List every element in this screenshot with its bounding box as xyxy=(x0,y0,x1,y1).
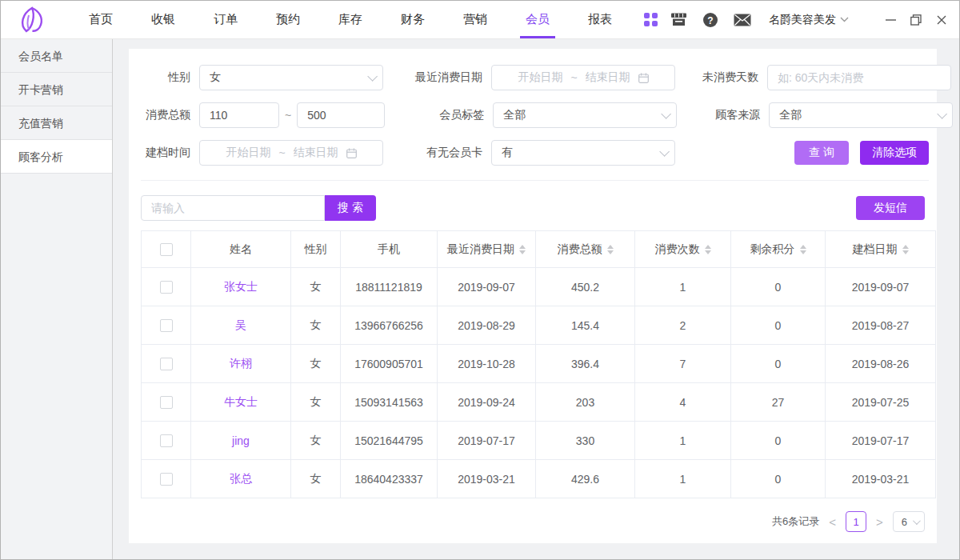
row-checkbox[interactable] xyxy=(160,319,173,332)
row-checkbox[interactable] xyxy=(160,396,173,409)
apps-grid-icon[interactable] xyxy=(644,13,658,26)
member-name-link[interactable]: 张总 xyxy=(230,472,252,485)
tag-value: 全部 xyxy=(503,108,526,122)
nav-item-label: 库存 xyxy=(338,12,362,27)
page-number-button[interactable]: 1 xyxy=(846,511,866,532)
sidebar-item-label: 充值营销 xyxy=(18,117,63,130)
select-all-checkbox[interactable] xyxy=(160,243,173,256)
nav-item-label: 收银 xyxy=(151,12,175,27)
content-panel: 性别 女 最近消费日期 开始日期 ~ 结束日期 xyxy=(129,49,937,543)
prev-page-button[interactable]: < xyxy=(829,516,836,528)
tag-label: 会员标签 xyxy=(412,108,493,122)
cell-last-date: 2019-07-17 xyxy=(438,422,536,460)
cell-created: 2019-08-27 xyxy=(826,306,936,345)
nav-item-label: 订单 xyxy=(214,12,238,27)
row-checkbox[interactable] xyxy=(160,358,173,370)
nav-item-inventory[interactable]: 库存 xyxy=(319,1,382,38)
send-sms-button[interactable]: 发短信 xyxy=(856,196,925,220)
filter-no-consume-days: 未消费天数 xyxy=(702,65,951,90)
col-header-gender: 性别 xyxy=(305,242,327,257)
nav-item-appointments[interactable]: 预约 xyxy=(257,1,319,38)
navbar-right: ? 名爵美容美发 xyxy=(670,12,948,28)
restore-button[interactable] xyxy=(910,14,922,26)
nav-item-orders[interactable]: 订单 xyxy=(194,1,257,38)
amount-label: 消费总额 xyxy=(141,108,199,122)
table-row: 吴 女 13966766256 2019-08-29 145.4 2 0 201… xyxy=(142,306,936,345)
row-checkbox[interactable] xyxy=(160,281,173,294)
search-group: 搜 索 xyxy=(141,195,376,221)
close-button[interactable] xyxy=(935,14,948,26)
row-checkbox[interactable] xyxy=(160,434,173,447)
filter-has-card: 有无会员卡 有 xyxy=(410,140,675,166)
sort-icon[interactable] xyxy=(607,245,614,254)
table-row: 许栩 女 17600905701 2019-10-28 396.4 7 0 20… xyxy=(142,345,936,383)
mail-icon[interactable] xyxy=(734,12,751,28)
cell-phone: 17600905701 xyxy=(341,345,438,383)
sort-icon[interactable] xyxy=(519,245,526,254)
member-name-link[interactable]: 吴 xyxy=(235,318,246,331)
cell-last-date: 2019-09-07 xyxy=(438,268,536,306)
help-icon[interactable]: ? xyxy=(702,12,719,28)
clear-filters-button[interactable]: 清除选项 xyxy=(860,141,929,165)
query-button[interactable]: 查 询 xyxy=(794,141,849,165)
days-label: 未消费天数 xyxy=(702,70,767,85)
nav-item-marketing[interactable]: 营销 xyxy=(444,1,506,38)
cell-created: 2019-07-17 xyxy=(826,422,936,460)
member-name-link[interactable]: 张女士 xyxy=(224,280,258,293)
nav-item-label: 财务 xyxy=(401,12,425,27)
cell-points: 0 xyxy=(731,345,826,383)
sidebar-item-customer-analysis[interactable]: 顾客分析 xyxy=(1,140,112,174)
search-input[interactable] xyxy=(141,195,325,221)
recent-date-range-picker[interactable]: 开始日期 ~ 结束日期 xyxy=(491,65,675,90)
sidebar-item-label: 开卡营销 xyxy=(18,83,63,96)
nav-item-home[interactable]: 首页 xyxy=(70,1,132,38)
nav-item-label: 报表 xyxy=(588,12,612,27)
cell-amount: 396.4 xyxy=(536,345,635,383)
sidebar-item-member-list[interactable]: 会员名单 xyxy=(1,39,112,73)
nav-item-reports[interactable]: 报表 xyxy=(569,1,631,38)
nav-item-members[interactable]: 会员 xyxy=(506,1,569,38)
window-controls xyxy=(884,14,948,26)
col-header-phone: 手机 xyxy=(378,242,400,257)
sidebar-item-recharge-marketing[interactable]: 充值营销 xyxy=(1,106,112,140)
has-card-select[interactable]: 有 xyxy=(491,140,675,166)
amount-max-input[interactable] xyxy=(297,102,385,128)
col-header-times: 消费次数 xyxy=(655,242,700,257)
amount-min-input[interactable] xyxy=(199,102,279,128)
created-date-range-picker[interactable]: 开始日期 ~ 结束日期 xyxy=(199,140,383,166)
days-input[interactable] xyxy=(767,65,951,90)
account-menu[interactable]: 名爵美容美发 xyxy=(769,13,849,27)
chevron-down-icon xyxy=(661,109,671,119)
member-tag-select[interactable]: 全部 xyxy=(493,102,677,128)
cell-points: 0 xyxy=(731,422,826,460)
svg-text:?: ? xyxy=(707,14,713,26)
row-checkbox[interactable] xyxy=(160,473,173,486)
total-records-text: 共6条记录 xyxy=(772,514,819,529)
customer-source-select[interactable]: 全部 xyxy=(769,102,953,128)
page-size-select[interactable]: 6 xyxy=(893,511,925,532)
tilde: ~ xyxy=(278,146,285,159)
search-button[interactable]: 搜 索 xyxy=(325,195,376,221)
member-name-link[interactable]: jing xyxy=(232,434,250,447)
sidebar-item-card-marketing[interactable]: 开卡营销 xyxy=(1,73,112,106)
end-date-placeholder: 结束日期 xyxy=(294,146,338,160)
nav-item-finance[interactable]: 财务 xyxy=(382,1,444,38)
col-header-amount: 消费总额 xyxy=(558,242,602,257)
minimize-button[interactable] xyxy=(884,14,897,26)
filter-customer-source: 顾客来源 全部 xyxy=(704,102,953,128)
cell-phone: 15021644795 xyxy=(341,422,438,460)
cell-amount: 330 xyxy=(536,422,635,460)
store-icon[interactable] xyxy=(670,12,687,28)
member-name-link[interactable]: 许栩 xyxy=(230,357,252,370)
cell-points: 0 xyxy=(731,460,826,498)
sort-icon[interactable] xyxy=(902,245,909,254)
nav-item-label: 会员 xyxy=(526,12,550,27)
cell-times: 4 xyxy=(635,383,731,422)
cell-amount: 145.4 xyxy=(536,306,635,345)
sort-icon[interactable] xyxy=(800,245,806,254)
sort-icon[interactable] xyxy=(705,245,711,254)
next-page-button[interactable]: > xyxy=(876,516,883,528)
nav-item-cashier[interactable]: 收银 xyxy=(132,1,194,38)
member-name-link[interactable]: 牛女士 xyxy=(224,395,258,408)
gender-select[interactable]: 女 xyxy=(199,65,383,90)
